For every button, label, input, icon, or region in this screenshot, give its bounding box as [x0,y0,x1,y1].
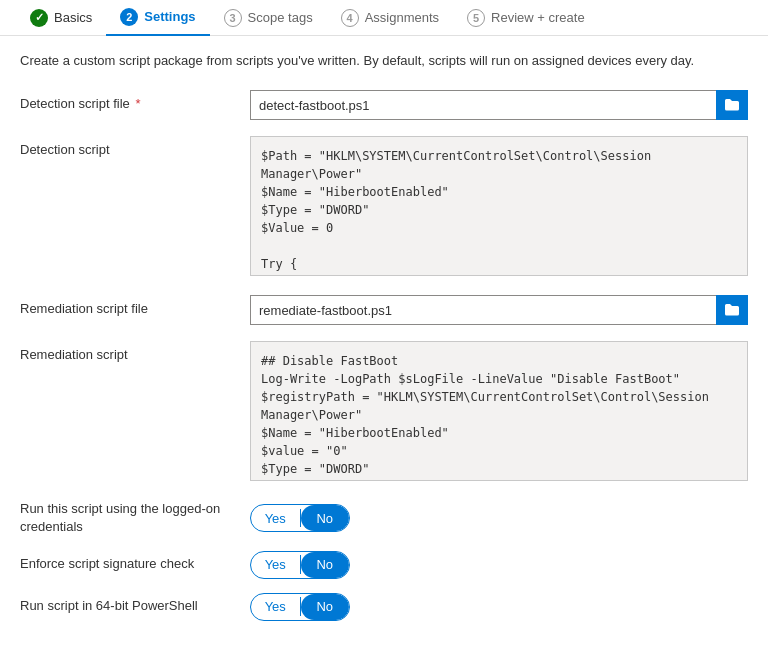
detection-script-file-control [250,90,748,120]
folder-icon [724,302,740,318]
detection-script-file-browse-button[interactable] [716,90,748,120]
detection-script-textarea[interactable] [250,136,748,276]
remediation-script-textarea[interactable] [250,341,748,481]
step-circle-assignments: 4 [341,9,359,27]
run-64bit-no-button[interactable]: No [301,594,350,620]
step-circle-basics: ✓ [30,9,48,27]
nav-step-settings[interactable]: 2 Settings [106,0,209,36]
folder-icon [724,97,740,113]
detection-script-label: Detection script [20,136,250,157]
remediation-script-file-row: Remediation script file [20,295,748,325]
run-logged-on-no-button[interactable]: No [301,505,350,531]
wizard-nav: ✓ Basics 2 Settings 3 Scope tags 4 Assig… [0,0,768,36]
run-64bit-toggle[interactable]: Yes No [250,593,350,621]
remediation-script-label: Remediation script [20,341,250,362]
enforce-sig-no-button[interactable]: No [301,552,350,578]
nav-step-review-create[interactable]: 5 Review + create [453,0,599,36]
remediation-script-row: Remediation script [20,341,748,484]
run-logged-on-label: Run this script using the logged-on cred… [20,500,250,536]
remediation-script-file-input[interactable] [250,295,716,325]
remediation-script-file-control [250,295,748,325]
enforce-sig-row: Enforce script signature check Yes No [20,551,748,579]
run-64bit-yes-button[interactable]: Yes [251,594,300,620]
run-64bit-row: Run script in 64-bit PowerShell Yes No [20,593,748,621]
run-logged-on-yes-button[interactable]: Yes [251,505,300,531]
required-marker: * [132,96,141,111]
detection-script-file-row: Detection script file * [20,90,748,120]
remediation-script-file-label: Remediation script file [20,295,250,316]
detection-script-file-label: Detection script file * [20,90,250,111]
run-logged-on-toggle[interactable]: Yes No [250,504,350,532]
settings-panel: Create a custom script package from scri… [0,36,768,651]
run-64bit-label: Run script in 64-bit PowerShell [20,597,250,615]
enforce-sig-yes-button[interactable]: Yes [251,552,300,578]
enforce-sig-toggle[interactable]: Yes No [250,551,350,579]
step-circle-scope-tags: 3 [224,9,242,27]
nav-step-assignments[interactable]: 4 Assignments [327,0,453,36]
detection-script-file-input[interactable] [250,90,716,120]
step-label-review-create: Review + create [491,10,585,25]
detection-script-file-input-group [250,90,748,120]
page-description: Create a custom script package from scri… [20,52,748,70]
step-label-scope-tags: Scope tags [248,10,313,25]
step-label-assignments: Assignments [365,10,439,25]
step-label-basics: Basics [54,10,92,25]
run-logged-on-row: Run this script using the logged-on cred… [20,500,748,536]
detection-script-control [250,136,748,279]
step-circle-review-create: 5 [467,9,485,27]
remediation-script-control [250,341,748,484]
nav-step-basics[interactable]: ✓ Basics [16,0,106,36]
enforce-sig-label: Enforce script signature check [20,555,250,573]
remediation-script-file-browse-button[interactable] [716,295,748,325]
detection-script-row: Detection script [20,136,748,279]
remediation-script-file-input-group [250,295,748,325]
step-circle-settings: 2 [120,8,138,26]
step-label-settings: Settings [144,9,195,24]
nav-step-scope-tags[interactable]: 3 Scope tags [210,0,327,36]
